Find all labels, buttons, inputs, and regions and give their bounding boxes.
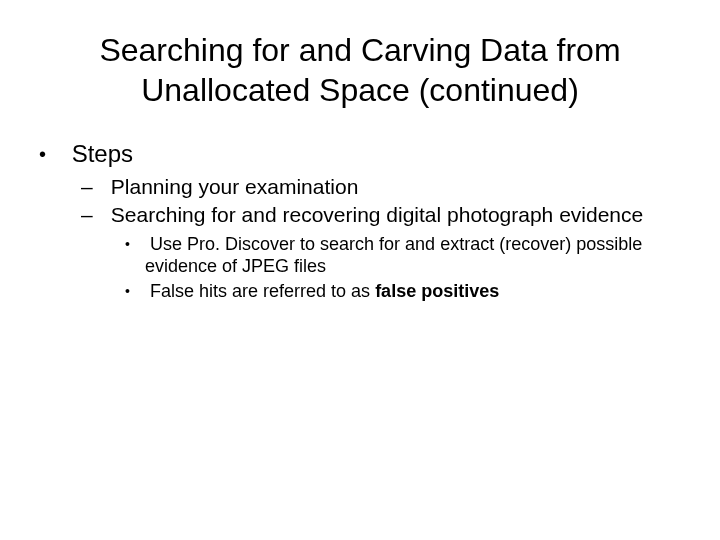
bullet-list-level2: Planning your examination Searching for … <box>65 174 690 302</box>
slide-title: Searching for and Carving Data from Unal… <box>60 30 660 110</box>
bullet-list-level3: Use Pro. Discover to search for and extr… <box>105 233 690 303</box>
bullet-text: Use Pro. Discover to search for and extr… <box>145 234 642 277</box>
bullet-text: Planning your examination <box>111 175 359 198</box>
bullet-text: False hits are referred to as <box>150 281 375 301</box>
list-item: Planning your examination <box>105 174 690 200</box>
list-item: Steps Planning your examination Searchin… <box>65 140 690 302</box>
slide: Searching for and Carving Data from Unal… <box>0 0 720 540</box>
bullet-list-level1: Steps Planning your examination Searchin… <box>30 140 690 302</box>
bold-term: false positives <box>375 281 499 301</box>
list-item: Use Pro. Discover to search for and extr… <box>145 233 690 278</box>
list-item: Searching for and recovering digital pho… <box>105 202 690 302</box>
bullet-text: Steps <box>72 140 133 167</box>
bullet-text: Searching for and recovering digital pho… <box>111 203 643 226</box>
list-item: False hits are referred to as false posi… <box>145 280 690 303</box>
